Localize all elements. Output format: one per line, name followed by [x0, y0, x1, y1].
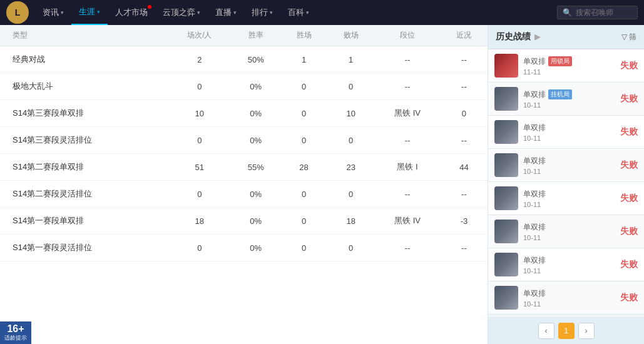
- filter-button[interactable]: ▽ 筛: [621, 32, 636, 43]
- nav-chevron-wiki: ▾: [306, 9, 309, 16]
- nav-chevron-live: ▾: [233, 9, 237, 16]
- nav-item-news[interactable]: 资讯 ▾: [35, 0, 71, 25]
- match-mode-text: 单双排: [523, 288, 546, 299]
- nav-chevron-news: ▾: [61, 9, 64, 16]
- match-mode-text: 单双排: [523, 156, 546, 166]
- history-title-text: 历史战绩: [496, 31, 531, 43]
- match-result: 失败: [620, 193, 638, 204]
- nav-item-career[interactable]: 生涯 ▾: [71, 0, 108, 25]
- nav-item-rank[interactable]: 排行 ▾: [244, 0, 280, 25]
- match-list-item[interactable]: 单双排 用锁局 11-11 失败: [488, 49, 644, 83]
- cell-rank: 黑铁 IV: [374, 208, 441, 235]
- table-row: 极地大乱斗 0 0% 0 0 -- --: [0, 73, 488, 100]
- match-info: 单双排 10-11: [523, 222, 615, 241]
- match-result: 失败: [620, 126, 638, 138]
- match-mode-text: 单双排: [523, 56, 546, 67]
- search-input[interactable]: [576, 8, 632, 17]
- nav-item-live[interactable]: 直播 ▾: [208, 0, 244, 25]
- match-mode: 单双排: [523, 222, 615, 233]
- match-list-item[interactable]: 单双排 10-11 失败: [488, 248, 644, 281]
- cell-type: S14第三赛段单双排: [0, 100, 168, 127]
- nav-item-tft[interactable]: 云顶之弈 ▾: [155, 0, 208, 25]
- col-header-winrate: 胜率: [231, 25, 280, 46]
- cell-winrate: 0%: [231, 73, 280, 100]
- table-row: S14第二赛段单双排 51 55% 28 23 黑铁 I 44: [0, 154, 488, 181]
- next-page-button[interactable]: ›: [578, 323, 595, 339]
- nav-chevron-tft: ▾: [197, 9, 200, 16]
- page-1-button[interactable]: 1: [558, 323, 575, 339]
- right-panel: 历史战绩 ▶ ▽ 筛 单双排 用锁局 11-11 失败 单双排 挂机局: [488, 25, 644, 344]
- match-list-item[interactable]: 单双排 10-11 失败: [488, 281, 644, 315]
- match-tag: 挂机局: [548, 89, 572, 99]
- match-mode: 单双排: [523, 255, 615, 266]
- age-text: 适龄提示: [4, 334, 27, 342]
- nav-item-wiki[interactable]: 百科 ▾: [280, 0, 317, 25]
- match-result: 失败: [620, 292, 638, 303]
- match-result: 失败: [620, 159, 638, 171]
- cell-games: 10: [168, 100, 231, 127]
- cell-winrate: 50%: [231, 46, 280, 73]
- match-result: 失败: [620, 259, 638, 270]
- match-score: 10-11: [523, 101, 615, 109]
- match-champion-avatar: [494, 153, 518, 177]
- nav-label-wiki: 百科: [288, 7, 304, 18]
- cell-games: 0: [168, 181, 231, 208]
- main-content: 类型 场次/人 胜率 胜场 败场 段位 近况 经典对战 2 50% 1 1 --…: [0, 25, 644, 344]
- cell-recent: 0: [441, 100, 488, 127]
- col-header-type: 类型: [0, 25, 168, 46]
- cell-recent: --: [441, 46, 488, 73]
- cell-wins: 0: [280, 127, 327, 154]
- match-list-item[interactable]: 单双排 10-11 失败: [488, 116, 644, 149]
- match-champion-avatar: [494, 87, 518, 111]
- cell-rank: --: [374, 73, 441, 100]
- cell-rank: --: [374, 181, 441, 208]
- cell-winrate: 0%: [231, 235, 280, 261]
- cell-type: S14第二赛段灵活排位: [0, 181, 168, 208]
- match-result: 失败: [620, 60, 638, 71]
- match-tag: 用锁局: [548, 56, 572, 66]
- table-row: 经典对战 2 50% 1 1 -- --: [0, 46, 488, 73]
- match-list: 单双排 用锁局 11-11 失败 单双排 挂机局 10-11 失败 单双排 10…: [488, 49, 644, 317]
- history-title-arrow: ▶: [534, 33, 540, 41]
- cell-losses: 0: [327, 181, 374, 208]
- cell-winrate: 0%: [231, 100, 280, 127]
- table-row: S14第三赛段单双排 10 0% 0 10 黑铁 IV 0: [0, 100, 488, 127]
- table-header-row: 类型 场次/人 胜率 胜场 败场 段位 近况: [0, 25, 488, 46]
- match-score: 10-11: [523, 168, 615, 175]
- col-header-rank: 段位: [374, 25, 441, 46]
- cell-games: 2: [168, 46, 231, 73]
- cell-type: S14第一赛段单双排: [0, 208, 168, 235]
- cell-games: 18: [168, 208, 231, 235]
- match-score: 11-11: [523, 68, 615, 76]
- match-champion-avatar: [494, 253, 518, 276]
- prev-page-button[interactable]: ‹: [538, 323, 555, 339]
- search-box[interactable]: 🔍: [557, 6, 638, 19]
- cell-losses: 1: [327, 46, 374, 73]
- match-score: 10-11: [523, 201, 615, 208]
- cell-wins: 0: [280, 235, 327, 261]
- col-header-losses: 败场: [327, 25, 374, 46]
- match-mode-text: 单双排: [523, 123, 546, 133]
- cell-type: S14第三赛段灵活排位: [0, 127, 168, 154]
- match-mode: 单双排 挂机局: [523, 89, 615, 100]
- match-list-item[interactable]: 单双排 10-11 失败: [488, 215, 644, 248]
- cell-winrate: 0%: [231, 208, 280, 235]
- match-list-item[interactable]: 单双排 10-11 失败: [488, 182, 644, 215]
- nav-item-talent[interactable]: 人才市场: [108, 0, 155, 25]
- match-list-item[interactable]: 单双排 10-11 失败: [488, 149, 644, 182]
- cell-losses: 0: [327, 127, 374, 154]
- cell-losses: 0: [327, 235, 374, 261]
- logo-text: L: [15, 8, 21, 18]
- match-info: 单双排 用锁局 11-11: [523, 56, 615, 76]
- cell-type: S14第二赛段单双排: [0, 154, 168, 181]
- history-title: 历史战绩 ▶: [496, 31, 540, 43]
- cell-losses: 10: [327, 100, 374, 127]
- nav-label-news: 资讯: [43, 7, 59, 18]
- history-header: 历史战绩 ▶ ▽ 筛: [488, 25, 644, 49]
- match-list-item[interactable]: 单双排 挂机局 10-11 失败: [488, 83, 644, 116]
- match-champion-avatar: [494, 120, 518, 144]
- cell-recent: --: [441, 73, 488, 100]
- match-champion-avatar: [494, 186, 518, 210]
- match-info: 单双排 10-11: [523, 189, 615, 208]
- col-header-games: 场次/人: [168, 25, 231, 46]
